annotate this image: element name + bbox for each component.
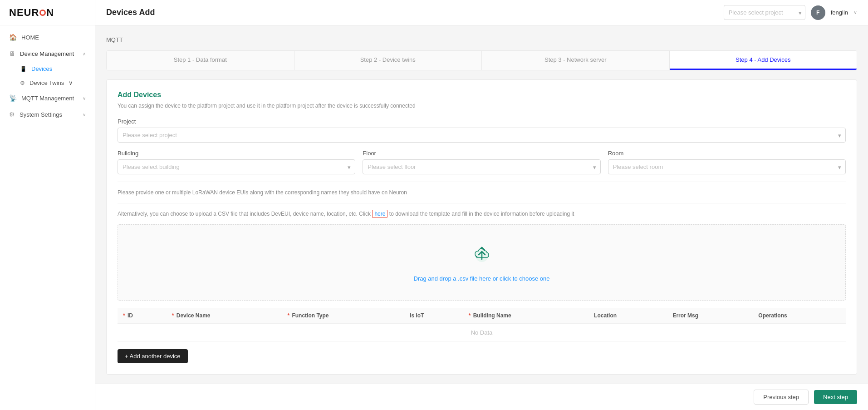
building-select[interactable]: Please select building xyxy=(118,159,355,174)
col-device-name: * Device Name xyxy=(167,308,282,324)
page-title: Devices Add xyxy=(106,8,155,17)
home-icon: 🏠 xyxy=(9,34,17,41)
tab-step2[interactable]: Step 2 - Device twins xyxy=(294,51,482,70)
add-devices-card: Add Devices You can assign the device to… xyxy=(106,79,857,375)
user-name: fenglin xyxy=(831,9,848,16)
add-device-label: + Add another device xyxy=(125,353,181,360)
topbar-project-select[interactable]: Please select project xyxy=(724,5,805,20)
devices-table: * ID * Device Name * Function Type Is Io… xyxy=(118,308,846,342)
project-select[interactable]: Please select project xyxy=(118,128,846,143)
mqtt-label: MQTT xyxy=(106,36,857,43)
csv-info-before: Alternatively, you can choose to upload … xyxy=(118,211,371,217)
lorawan-info: Please provide one or multiple LoRaWAN d… xyxy=(118,189,846,196)
sidebar-nav: 🏠 HOME 🖥 Device Management ∧ 📱 Devices ⚙… xyxy=(0,25,95,410)
room-label: Room xyxy=(608,150,846,157)
project-row: Project Please select project xyxy=(118,118,846,143)
no-data-cell: No Data xyxy=(118,324,846,342)
floor-select-wrap: Please select floor xyxy=(363,159,600,174)
sidebar-item-home[interactable]: 🏠 HOME xyxy=(0,29,95,45)
tab-step1[interactable]: Step 1 - Data format xyxy=(107,51,294,70)
sidebar-item-label: Device Twins xyxy=(29,79,64,86)
room-select-wrap: Please select room xyxy=(608,159,846,174)
sidebar-item-label: Device Management xyxy=(20,50,78,57)
prev-label: Previous step xyxy=(763,394,799,400)
content-area: MQTT Step 1 - Data format Step 2 - Devic… xyxy=(95,25,868,384)
logo-text: NEURN xyxy=(9,7,54,19)
sidebar-item-label: MQTT Management xyxy=(21,95,78,102)
table-header: * ID * Device Name * Function Type Is Io… xyxy=(118,308,846,324)
sidebar-item-device-management[interactable]: 🖥 Device Management ∧ xyxy=(0,45,95,62)
logo-icon xyxy=(39,10,46,16)
add-device-button[interactable]: + Add another device xyxy=(118,349,188,363)
device-twins-icon: ⚙ xyxy=(20,80,25,86)
user-chevron-icon[interactable]: ∨ xyxy=(853,10,857,15)
divider xyxy=(118,182,846,182)
room-select[interactable]: Please select room xyxy=(608,159,846,174)
step-tabs: Step 1 - Data format Step 2 - Device twi… xyxy=(106,50,857,70)
no-data-row: No Data xyxy=(118,324,846,342)
chevron-down-icon: ∨ xyxy=(83,112,86,117)
sidebar-item-label: Devices xyxy=(31,65,52,72)
topbar-right: Please select project F fenglin ∨ xyxy=(724,5,857,20)
building-label: Building xyxy=(118,150,355,157)
location-row: Building Please select building Floor Pl… xyxy=(118,150,846,174)
devices-icon: 📱 xyxy=(20,66,27,72)
col-function-type: * Function Type xyxy=(282,308,404,324)
divider2 xyxy=(118,203,846,203)
section-title: Add Devices xyxy=(118,91,846,99)
room-col: Room Please select room xyxy=(608,150,846,174)
floor-col: Floor Please select floor xyxy=(363,150,600,174)
sidebar-item-device-twins[interactable]: ⚙ Device Twins ∨ xyxy=(0,76,95,90)
col-operations: Operations xyxy=(753,308,846,324)
chevron-down-icon: ∨ xyxy=(69,79,73,86)
avatar: F xyxy=(811,5,825,20)
topbar: Devices Add Please select project F feng… xyxy=(95,0,868,25)
project-select-wrap: Please select project xyxy=(118,128,846,143)
project-label: Project xyxy=(118,118,846,125)
floor-select[interactable]: Please select floor xyxy=(363,159,600,174)
mqtt-icon: 📡 xyxy=(9,94,17,102)
sidebar-item-system-settings[interactable]: ⚙ System Settings ∨ xyxy=(0,106,95,123)
footer-bar: Previous step Next step xyxy=(95,384,868,410)
chevron-up-icon: ∧ xyxy=(83,51,86,56)
main-content: Devices Add Please select project F feng… xyxy=(95,0,868,410)
tab-step3[interactable]: Step 3 - Network server xyxy=(482,51,670,70)
next-label: Next step xyxy=(823,394,848,400)
col-is-iot: Is IoT xyxy=(404,308,463,324)
col-error-msg: Error Msg xyxy=(667,308,753,324)
device-management-icon: 🖥 xyxy=(9,50,15,57)
sidebar-item-label: HOME xyxy=(21,34,86,41)
table-body: No Data xyxy=(118,324,846,342)
section-desc: You can assign the device to the platfor… xyxy=(118,103,846,109)
sidebar: NEURN 🏠 HOME 🖥 Device Management ∧ 📱 Dev… xyxy=(0,0,95,410)
upload-icon xyxy=(471,243,493,270)
upload-text: Drag and drop a .csv file here or click … xyxy=(414,275,550,282)
system-settings-icon: ⚙ xyxy=(9,111,15,118)
col-location: Location xyxy=(588,308,667,324)
next-step-button[interactable]: Next step xyxy=(814,390,857,404)
csv-info-after: to download the template and fill in the… xyxy=(389,211,574,217)
upload-area[interactable]: Drag and drop a .csv file here or click … xyxy=(118,224,846,301)
here-link[interactable]: here xyxy=(372,210,387,218)
csv-info: Alternatively, you can choose to upload … xyxy=(118,211,846,217)
sidebar-item-devices[interactable]: 📱 Devices xyxy=(0,62,95,76)
col-id: * ID xyxy=(118,308,167,324)
project-select-wrap: Please select project xyxy=(724,5,805,20)
col-building-name: * Building Name xyxy=(463,308,588,324)
tab-step4[interactable]: Step 4 - Add Devices xyxy=(670,51,857,70)
avatar-initials: F xyxy=(816,10,819,16)
sidebar-item-mqtt-management[interactable]: 📡 MQTT Management ∨ xyxy=(0,90,95,106)
sidebar-item-label: System Settings xyxy=(20,111,78,118)
upload-click-link[interactable]: click xyxy=(500,275,511,282)
chevron-down-icon: ∨ xyxy=(83,96,86,101)
floor-label: Floor xyxy=(363,150,600,157)
logo: NEURN xyxy=(0,0,95,25)
building-col: Building Please select building xyxy=(118,150,355,174)
previous-step-button[interactable]: Previous step xyxy=(754,390,809,405)
building-select-wrap: Please select building xyxy=(118,159,355,174)
